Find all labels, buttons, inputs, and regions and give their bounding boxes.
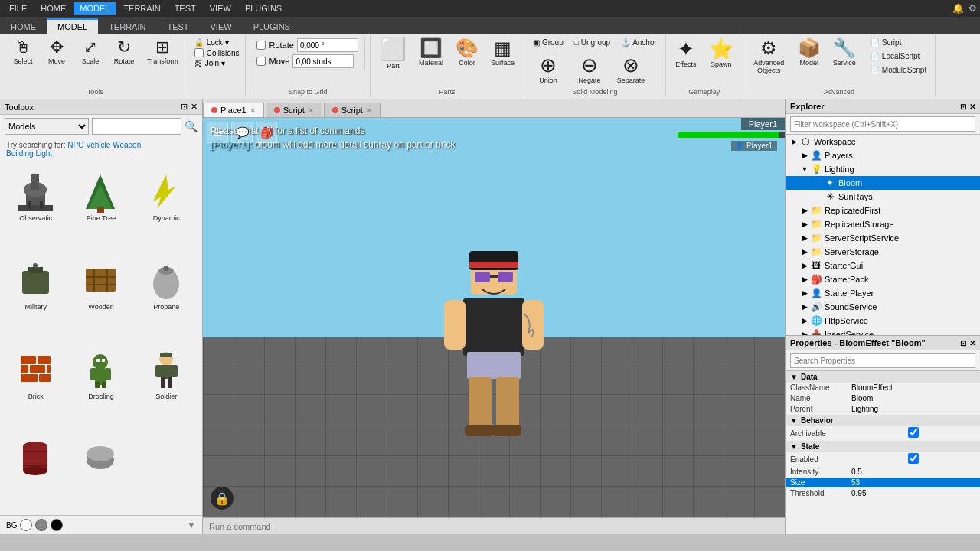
tree-item-http-service[interactable]: ▶ 🌐 HttpService xyxy=(786,314,980,328)
part-button[interactable]: ⬜ Part xyxy=(375,37,411,72)
menu-test[interactable]: TEST xyxy=(168,2,202,15)
list-item[interactable]: Drooling xyxy=(70,344,132,429)
tab-place1-close[interactable]: ✕ xyxy=(250,106,256,115)
tree-item-sunrays[interactable]: ☀ SunRays xyxy=(786,190,980,204)
join-item[interactable]: ⛓Join ▾ xyxy=(194,59,240,67)
lighting-arrow[interactable]: ▼ xyxy=(799,165,810,173)
tab-model[interactable]: MODEL xyxy=(47,18,98,34)
tree-item-insert-service[interactable]: ▶ 📥 InsertService xyxy=(786,328,980,335)
http-service-arrow[interactable]: ▶ xyxy=(799,317,810,324)
tab-script2-close[interactable]: ✕ xyxy=(366,106,372,115)
tab-place1[interactable]: Place1 ✕ xyxy=(203,103,264,117)
prop-row-archivable[interactable]: Archivable xyxy=(786,426,980,441)
toolbox-expand-icon[interactable]: ⊡ xyxy=(181,102,188,112)
list-item[interactable]: Military xyxy=(5,254,67,340)
properties-search-input[interactable] xyxy=(790,353,975,368)
lock-icon[interactable]: 🔒 xyxy=(211,487,234,510)
transform-button[interactable]: ⊞ Transform xyxy=(142,37,183,67)
menu-file[interactable]: FILE xyxy=(3,2,33,15)
local-script-button[interactable]: 📄 LocalScript xyxy=(867,51,930,62)
enabled-checkbox[interactable] xyxy=(851,453,975,464)
negate-button[interactable]: ⊖ Negate xyxy=(570,53,609,86)
material-button[interactable]: 🔲 Material xyxy=(414,37,448,69)
move-value-input[interactable] xyxy=(292,54,354,68)
menu-vp-button[interactable]: ☰ xyxy=(207,122,228,143)
move-snap-checkbox[interactable] xyxy=(256,57,266,66)
players-arrow[interactable]: ▶ xyxy=(799,152,810,159)
tree-item-replicated-first[interactable]: ▶ 📁 ReplicatedFirst xyxy=(786,204,980,217)
workspace-arrow[interactable]: ▶ xyxy=(789,138,799,145)
search-icon[interactable]: 🔍 xyxy=(185,120,198,132)
list-item[interactable] xyxy=(5,432,67,510)
tree-item-workspace[interactable]: ▶ ⬡ Workspace xyxy=(786,135,980,148)
prop-row-enabled[interactable]: Enabled xyxy=(786,452,980,467)
tree-item-bloom[interactable]: ✦ Bloom xyxy=(786,176,980,190)
tab-script1[interactable]: Script ✕ xyxy=(266,103,322,117)
sound-service-arrow[interactable]: ▶ xyxy=(799,303,810,311)
list-item[interactable] xyxy=(70,432,132,510)
prop-row-threshold[interactable]: Threshold 0.95 xyxy=(786,488,980,499)
ungroup-button[interactable]: □Ungroup xyxy=(570,37,614,48)
menu-model[interactable]: MODEL xyxy=(74,2,116,15)
starter-pack-arrow[interactable]: ▶ xyxy=(799,276,810,283)
tab-view[interactable]: VIEW xyxy=(200,19,243,34)
tree-item-players[interactable]: ▶ 👤 Players xyxy=(786,148,980,162)
replicated-first-arrow[interactable]: ▶ xyxy=(799,207,810,214)
scale-button[interactable]: ⤢ Scale xyxy=(75,37,106,67)
archivable-checkbox[interactable] xyxy=(851,427,975,438)
tab-test[interactable]: TEST xyxy=(156,19,199,34)
prop-value-size[interactable] xyxy=(851,478,975,487)
inventory-vp-button[interactable]: 🎒 xyxy=(256,122,277,143)
starter-gui-arrow[interactable]: ▶ xyxy=(799,262,810,269)
menu-home[interactable]: HOME xyxy=(34,2,72,15)
tree-item-server-storage[interactable]: ▶ 📁 ServerStorage xyxy=(786,245,980,259)
list-item[interactable]: Observatic xyxy=(5,165,67,251)
prop-row-name[interactable]: Name Bloom xyxy=(786,393,980,404)
starter-player-arrow[interactable]: ▶ xyxy=(799,289,810,297)
tab-plugins[interactable]: PLUGINS xyxy=(243,19,301,34)
suggestion-weapon[interactable]: Weapon xyxy=(113,141,141,149)
collisions-item[interactable]: Collisions xyxy=(194,48,240,57)
bg-color-gray[interactable] xyxy=(35,519,47,531)
anchor-button[interactable]: ⚓Anchor xyxy=(617,37,661,48)
explorer-close-icon[interactable]: ✕ xyxy=(969,103,975,111)
tree-item-lighting[interactable]: ▼ 💡 Lighting xyxy=(786,162,980,176)
prop-row-classname[interactable]: ClassName BloomEffect xyxy=(786,383,980,393)
spawn-button[interactable]: ⭐ Spawn xyxy=(704,37,738,70)
service-button[interactable]: 🔧 Service xyxy=(828,37,861,69)
suggestion-light[interactable]: Light xyxy=(35,149,52,158)
list-item[interactable]: Wooden xyxy=(70,254,132,340)
menu-view[interactable]: VIEW xyxy=(204,2,237,15)
list-item[interactable]: Brick xyxy=(5,344,67,429)
toolbox-close-icon[interactable]: ✕ xyxy=(191,102,198,112)
tree-item-starter-gui[interactable]: ▶ 🖼 StarterGui xyxy=(786,259,980,272)
explorer-expand-icon[interactable]: ⊡ xyxy=(960,103,966,111)
menu-plugins[interactable]: PLUGINS xyxy=(239,2,288,15)
tree-item-starter-pack[interactable]: ▶ 🎒 StarterPack xyxy=(786,272,980,286)
suggestion-npc[interactable]: NPC xyxy=(67,141,83,149)
move-button[interactable]: ✥ Move xyxy=(41,37,72,67)
lock-item[interactable]: 🔒Lock ▾ xyxy=(194,38,240,47)
viewport[interactable]: Please chat '/?' for a list of commands … xyxy=(203,118,785,517)
separate-button[interactable]: ⊗ Separate xyxy=(612,53,650,86)
list-item[interactable]: Dynamic xyxy=(136,165,198,251)
script-button[interactable]: 📄 Script xyxy=(867,37,930,48)
replicated-storage-arrow[interactable]: ▶ xyxy=(799,220,810,228)
explorer-search-input[interactable] xyxy=(790,116,975,132)
properties-expand-icon[interactable]: ⊡ xyxy=(960,339,966,347)
tab-home[interactable]: HOME xyxy=(0,19,47,34)
tree-item-replicated-storage[interactable]: ▶ 📁 ReplicatedStorage xyxy=(786,217,980,231)
tree-item-server-script-service[interactable]: ▶ 📁 ServerScriptService xyxy=(786,231,980,245)
suggestion-building[interactable]: Building xyxy=(6,149,34,158)
prop-value-archivable[interactable] xyxy=(851,427,975,439)
tab-terrain[interactable]: TERRAIN xyxy=(98,19,156,34)
toolbox-search-input[interactable] xyxy=(92,118,182,135)
prop-row-parent[interactable]: Parent Lighting xyxy=(786,404,980,415)
command-input[interactable] xyxy=(209,522,779,531)
tab-script1-close[interactable]: ✕ xyxy=(308,106,314,115)
tree-item-starter-player[interactable]: ▶ 👤 StarterPlayer xyxy=(786,286,980,300)
suggestion-vehicle[interactable]: Vehicle xyxy=(86,141,110,149)
list-item[interactable]: Soldier xyxy=(136,344,198,429)
prop-section-state[interactable]: ▼State xyxy=(786,441,980,452)
server-script-arrow[interactable]: ▶ xyxy=(799,234,810,242)
